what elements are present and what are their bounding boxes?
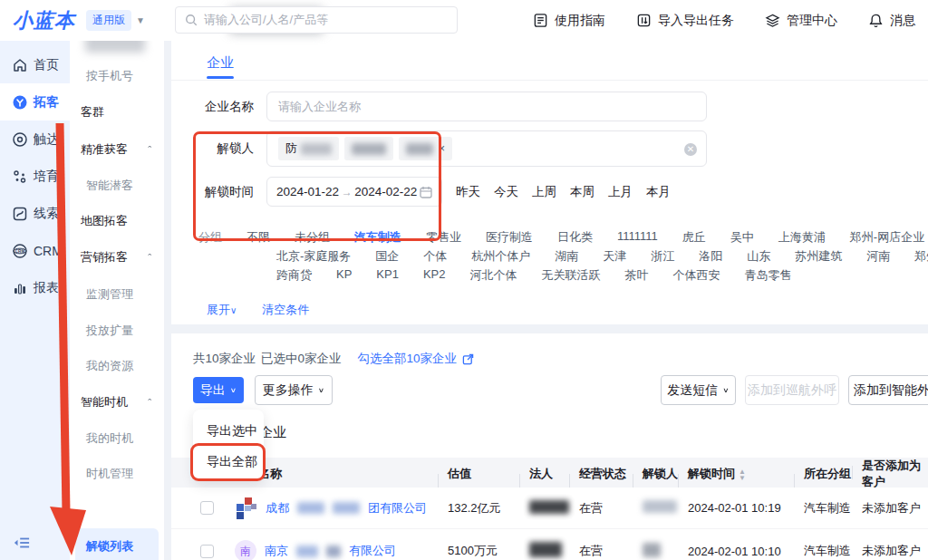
group-tag[interactable]: 河南 bbox=[866, 248, 890, 265]
group-tag[interactable]: 河北个体 bbox=[470, 267, 517, 284]
group-tag[interactable]: 浙江 bbox=[651, 248, 674, 265]
col-group[interactable]: 所在分组 bbox=[804, 466, 862, 482]
group-tag[interactable]: 苏州建筑 bbox=[795, 248, 842, 265]
col-legal-person[interactable]: 法人 bbox=[529, 466, 579, 482]
group-tag[interactable]: 国企 bbox=[375, 248, 399, 265]
subnav-item-my-timing[interactable]: 我的时机 bbox=[70, 430, 164, 449]
col-valuation[interactable]: 估值 bbox=[448, 466, 529, 482]
sidebar-item-reach[interactable]: 触达 bbox=[0, 121, 70, 158]
unlocker-tag[interactable]: × bbox=[399, 137, 452, 160]
export-all-item[interactable]: 导出全部 bbox=[193, 446, 264, 477]
sidebar-item-nurture[interactable]: 培育 bbox=[0, 158, 70, 195]
tag-close-icon[interactable]: × bbox=[439, 142, 445, 155]
edition-badge[interactable]: 通用版 bbox=[86, 10, 131, 31]
quick-link-this-week[interactable]: 本周 bbox=[570, 184, 594, 200]
quick-link-today[interactable]: 今天 bbox=[494, 184, 518, 200]
subnav-item-by-phone[interactable]: 按手机号 bbox=[70, 68, 164, 86]
date-range-input[interactable]: 2024-01-22 → 2024-02-22 bbox=[266, 177, 442, 207]
col-company-name[interactable]: 企业名称 bbox=[235, 466, 448, 482]
tab-enterprise[interactable]: 企业 bbox=[207, 54, 234, 72]
group-tag[interactable]: 个体西安 bbox=[673, 267, 720, 284]
group-tag[interactable]: KP bbox=[336, 267, 352, 284]
quick-link-last-week[interactable]: 上周 bbox=[532, 184, 556, 200]
subnav-item-monitoring[interactable]: 监测管理 bbox=[70, 286, 164, 304]
group-tag[interactable]: 虎丘 bbox=[682, 229, 706, 246]
sidebar-collapse-icon[interactable] bbox=[14, 536, 30, 549]
clear-input-icon[interactable]: ✕ bbox=[684, 143, 697, 156]
send-sms-button[interactable]: 发送短信∨ bbox=[661, 375, 736, 405]
sidebar-item-leads[interactable]: 线索 bbox=[0, 195, 70, 232]
subnav-item-precise-acquisition[interactable]: 精准获客⌃ bbox=[70, 141, 164, 159]
group-tag[interactable]: 1111111 bbox=[617, 229, 658, 246]
group-tag[interactable]: 个体 bbox=[423, 248, 447, 265]
table-row[interactable]: 成都 团有限公司 132.2亿元 在营 2024-02-01 10:19 汽车制… bbox=[171, 488, 928, 529]
group-tag[interactable]: 天津 bbox=[603, 248, 626, 265]
unlocker-tag[interactable]: 防 bbox=[278, 137, 339, 160]
col-unlock-time[interactable]: 解锁时间▲▼ bbox=[688, 466, 804, 482]
subnav-item-ad-expansion[interactable]: 投放扩量 bbox=[70, 323, 164, 341]
sort-icon[interactable]: ▲▼ bbox=[739, 468, 746, 481]
clear-conditions-link[interactable]: 清空条件 bbox=[262, 302, 309, 318]
subnav-item-timing-management[interactable]: 时机管理 bbox=[70, 466, 164, 484]
group-tag[interactable]: 青岛零售 bbox=[745, 267, 792, 284]
group-tag[interactable]: 跨商贷 bbox=[276, 267, 312, 284]
group-tag-selected[interactable]: 汽车制造 bbox=[354, 229, 401, 246]
group-tag[interactable]: 不限 bbox=[246, 229, 270, 246]
subnav-item-unlock-list[interactable]: 解锁列表 bbox=[75, 528, 159, 560]
group-tag[interactable]: 医疗制造 bbox=[486, 229, 533, 246]
brand-logo[interactable]: 小蓝本 bbox=[13, 7, 75, 34]
sidebar-item-home[interactable]: 首页 bbox=[0, 46, 70, 83]
group-tag[interactable]: KP2 bbox=[423, 267, 446, 284]
expand-link[interactable]: 展开∨ bbox=[207, 302, 237, 318]
group-tag[interactable]: 茶叶 bbox=[625, 267, 649, 284]
group-tag[interactable]: 杭州个体户 bbox=[471, 248, 530, 265]
sidebar-item-crm[interactable]: CRM CRM bbox=[0, 232, 70, 269]
quick-link-this-month[interactable]: 本月 bbox=[646, 184, 671, 200]
company-name-input[interactable]: 请输入企业名称 bbox=[266, 92, 707, 121]
group-tag[interactable]: 北京-家庭服务 bbox=[276, 248, 351, 265]
quick-link-last-month[interactable]: 上月 bbox=[608, 184, 633, 200]
menu-messages[interactable]: 消息 bbox=[868, 13, 915, 29]
unlocker-input[interactable]: 防 × ✕ bbox=[266, 130, 707, 167]
table-row[interactable]: 南 南京 有限公司 5100万元 在营 2024-02-01 10:10 汽车制… bbox=[171, 530, 928, 560]
group-tag[interactable]: 上海黄浦 bbox=[778, 229, 826, 246]
menu-import-export[interactable]: 导入导出任务 bbox=[636, 13, 734, 29]
export-button[interactable]: 导出∨ bbox=[193, 377, 244, 403]
select-all-icon[interactable] bbox=[462, 353, 474, 365]
quick-link-yesterday[interactable]: 昨天 bbox=[456, 184, 480, 200]
group-tag[interactable]: 日化类 bbox=[557, 229, 593, 246]
export-selected-item[interactable]: 导出选中 bbox=[193, 415, 264, 446]
sidebar-item-reports[interactable]: 报表 bbox=[0, 269, 70, 306]
sidebar-item-prospecting[interactable]: 拓客 bbox=[0, 83, 70, 121]
add-smart-call-button[interactable]: 添加到智能外呼 bbox=[848, 375, 928, 405]
group-tag[interactable]: 郑州 bbox=[914, 248, 928, 265]
menu-admin-center[interactable]: 管理中心 bbox=[765, 13, 837, 29]
group-tag[interactable]: 无关联活跃 bbox=[542, 267, 601, 284]
group-tag[interactable]: 未分组 bbox=[295, 229, 330, 246]
group-tag[interactable]: 洛阳 bbox=[699, 248, 722, 265]
unlocker-tag[interactable] bbox=[344, 137, 393, 160]
company-name-cell[interactable]: 南 南京 有限公司 bbox=[235, 540, 448, 560]
add-cruise-call-button[interactable]: 添加到巡航外呼 bbox=[745, 375, 839, 405]
subnav-item-smart-timing[interactable]: 智能时机⌃ bbox=[70, 394, 164, 412]
group-tag[interactable]: KP1 bbox=[376, 267, 399, 284]
col-unlocker[interactable]: 解锁人 bbox=[643, 466, 688, 482]
subnav-item-my-resources[interactable]: 我的资源 bbox=[70, 358, 164, 376]
row-checkbox[interactable] bbox=[200, 501, 214, 515]
group-tag[interactable]: 零售业 bbox=[426, 229, 461, 246]
row-checkbox[interactable] bbox=[200, 545, 214, 558]
global-search-input[interactable]: 请输入公司/人名/产品等 bbox=[175, 6, 458, 34]
subnav-item-customer-groups[interactable]: 客群 bbox=[70, 104, 164, 122]
company-name-cell[interactable]: 成都 团有限公司 bbox=[235, 497, 448, 519]
group-tag[interactable]: 郑州-网店企业 bbox=[850, 229, 924, 246]
more-actions-button[interactable]: 更多操作∨ bbox=[255, 375, 333, 405]
group-tag[interactable]: 山东 bbox=[747, 248, 770, 265]
edition-caret-down-icon[interactable]: ▼ bbox=[136, 15, 145, 25]
select-all-link[interactable]: 勾选全部10家企业 bbox=[358, 351, 458, 367]
subnav-item-marketing-prospecting[interactable]: 营销拓客⌃ bbox=[70, 249, 164, 267]
group-tag[interactable]: 湖南 bbox=[555, 248, 578, 265]
subnav-item-smart-prospects[interactable]: 智能潜客 bbox=[70, 178, 164, 196]
group-tag[interactable]: 吴中 bbox=[730, 229, 754, 246]
menu-guide[interactable]: 使用指南 bbox=[533, 13, 605, 29]
col-customer-status[interactable]: 是否添加为客户 bbox=[862, 458, 928, 490]
